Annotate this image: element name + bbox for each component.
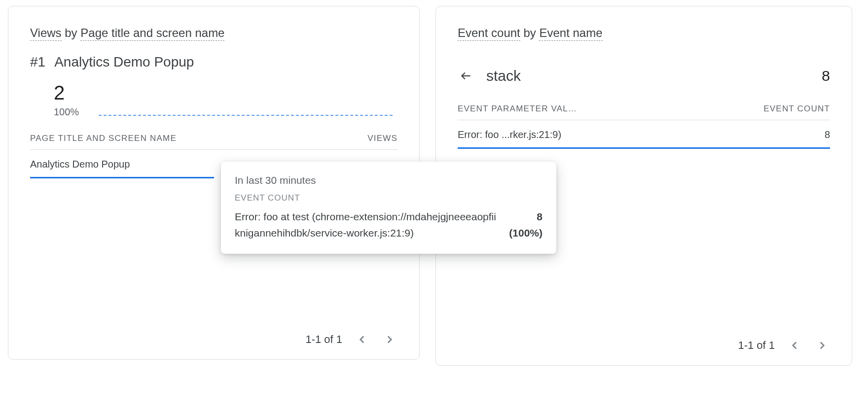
metric-percent: 100% — [54, 106, 79, 118]
prev-page-button[interactable] — [354, 332, 370, 347]
back-button[interactable] — [458, 68, 474, 84]
event-total: 8 — [822, 68, 830, 84]
dimension-link[interactable]: Event name — [539, 26, 602, 41]
row-label: Error: foo ...rker.js:21:9) — [458, 129, 561, 140]
table-row[interactable]: Error: foo ...rker.js:21:9) 8 — [458, 120, 830, 149]
chevron-left-icon — [356, 333, 368, 346]
prev-page-button[interactable] — [787, 338, 802, 353]
event-breadcrumb: stack 8 — [458, 54, 830, 88]
chevron-right-icon — [383, 333, 396, 346]
tooltip-percent: (100%) — [509, 225, 542, 241]
pagination: 1-1 of 1 — [30, 332, 398, 347]
metric-link[interactable]: Views — [30, 26, 62, 41]
column-header-count: EVENT COUNT — [763, 104, 830, 114]
dimension-link[interactable]: Page title and screen name — [80, 26, 224, 41]
top-item-name: Analytics Demo Popup — [54, 54, 194, 70]
metric-value: 2 — [54, 83, 79, 102]
table-row[interactable]: Analytics Demo Popup — [30, 150, 214, 178]
tooltip-metric-label: EVENT COUNT — [235, 193, 542, 203]
top-item-row: #1 Analytics Demo Popup — [30, 54, 398, 70]
views-table-header: PAGE TITLE AND SCREEN NAME VIEWS — [30, 120, 398, 150]
row-value: 8 — [825, 129, 830, 140]
row-label: Analytics Demo Popup — [30, 159, 130, 170]
page-range: 1-1 of 1 — [305, 333, 342, 346]
tooltip-value: 8 — [509, 209, 542, 225]
sparkline-chart — [99, 75, 393, 116]
views-card-title[interactable]: Views by Page title and screen name — [30, 26, 398, 40]
events-table-header: EVENT PARAMETER VAL… EVENT COUNT — [458, 90, 830, 120]
next-page-button[interactable] — [382, 332, 398, 347]
tooltip-timeframe: In last 30 minutes — [235, 174, 542, 186]
chevron-left-icon — [788, 339, 801, 352]
pagination: 1-1 of 1 — [458, 338, 830, 353]
column-header-param: EVENT PARAMETER VAL… — [458, 104, 577, 114]
metric-link[interactable]: Event count — [458, 26, 520, 41]
page-range: 1-1 of 1 — [738, 339, 775, 352]
event-name: stack — [486, 68, 810, 84]
tooltip-values: 8 (100%) — [509, 209, 542, 241]
rank-number: #1 — [30, 54, 45, 70]
next-page-button[interactable] — [814, 338, 830, 353]
column-header-metric: VIEWS — [367, 134, 398, 143]
events-card-title[interactable]: Event count by Event name — [458, 26, 830, 40]
arrow-left-icon — [460, 69, 472, 82]
metric-block: 2 100% — [30, 83, 79, 118]
tooltip-message: Error: foo at test (chrome-extension://m… — [235, 209, 501, 241]
column-header-dimension: PAGE TITLE AND SCREEN NAME — [30, 134, 177, 143]
chevron-right-icon — [816, 339, 829, 352]
hover-tooltip: In last 30 minutes EVENT COUNT Error: fo… — [221, 162, 556, 254]
